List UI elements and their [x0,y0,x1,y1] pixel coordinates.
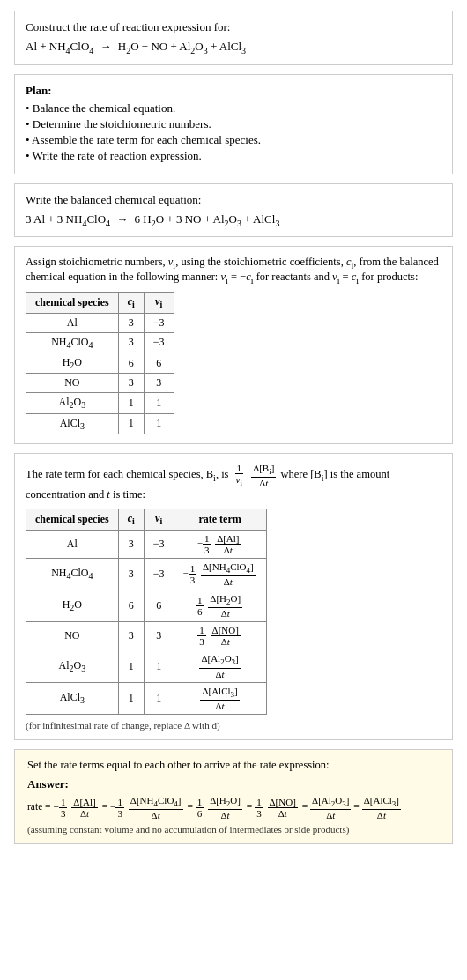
plan-step-3: Assemble the rate term for each chemical… [26,133,441,147]
rt-ci-h2o: 6 [118,590,144,622]
rate-term-intro: The rate term for each chemical species,… [26,463,441,501]
plan-section: Plan: Balance the chemical equation. Det… [14,74,453,174]
ci-h2o: 6 [118,353,144,373]
header-section: Construct the rate of reaction expressio… [14,11,453,65]
species-al: Al [26,313,119,332]
answer-note: (assuming constant volume and no accumul… [27,824,440,835]
rt-ni-alcl3: 1 [144,682,174,714]
rt-ci-nh4clo4: 3 [118,558,144,590]
rt-ni-al: −3 [144,530,174,558]
table-row: NO 3 3 [26,374,174,393]
species-alcl3: AlCl3 [26,413,119,434]
rt-term-h2o: 16 Δ[H2O]Δt [174,590,266,622]
plan-title: Plan: [26,84,441,98]
ni-alcl3: 1 [144,413,174,434]
rt-ci-al: 3 [118,530,144,558]
table-row: AlCl3 1 1 [26,413,174,434]
stoich-col-ci: ci [118,293,144,313]
table-row: AlCl3 1 1 Δ[AlCl3]Δt [26,682,267,714]
rt-species-h2o: H2O [26,590,119,622]
rate-col-species: chemical species [26,509,119,530]
stoich-col-ni: νi [144,293,174,313]
rt-species-al2o3: Al2O3 [26,650,119,682]
rt-term-nh4clo4: −13 Δ[NH4ClO4]Δt [174,558,266,590]
rate-term-section: The rate term for each chemical species,… [14,453,453,740]
table-row: Al 3 −3 [26,313,174,332]
rt-ni-h2o: 6 [144,590,174,622]
answer-section: Set the rate terms equal to each other t… [14,749,453,844]
table-row: Al2O3 1 1 Δ[Al2O3]Δt [26,650,267,682]
balanced-section: Write the balanced chemical equation: 3 … [14,183,453,238]
species-nh4clo4: NH4ClO4 [26,332,119,353]
reaction-display: Al + NH4ClO4 → H2O + NO + Al2O3 + AlCl3 [26,40,441,56]
rt-species-no: NO [26,622,119,650]
table-row: NH4ClO4 3 −3 [26,332,174,353]
rt-ci-al2o3: 1 [118,650,144,682]
plan-step-4: Write the rate of reaction expression. [26,149,441,163]
table-row: NO 3 3 13 Δ[NO]Δt [26,622,267,650]
rate-col-ni: νi [144,509,174,530]
balanced-equation: 3 Al + 3 NH4ClO4 → 6 H2O + 3 NO + Al2O3 … [26,212,441,228]
rt-ci-no: 3 [118,622,144,650]
ci-no: 3 [118,374,144,393]
rt-term-al: −13 Δ[Al]Δt [174,530,266,558]
stoich-table: chemical species ci νi Al 3 −3 NH4ClO4 3… [26,292,174,434]
rt-species-alcl3: AlCl3 [26,682,119,714]
rt-term-alcl3: Δ[AlCl3]Δt [174,682,266,714]
table-row: H2O 6 6 [26,353,174,373]
stoich-intro: Assign stoichiometric numbers, νi, using… [26,256,441,285]
rt-ni-nh4clo4: −3 [144,558,174,590]
answer-rate-expression: rate = −13 Δ[Al]Δt = −13 Δ[NH4ClO4]Δt = … [27,795,440,820]
table-row: Al 3 −3 −13 Δ[Al]Δt [26,530,267,558]
ni-no: 3 [144,374,174,393]
rate-footnote: (for infinitesimal rate of change, repla… [26,720,441,731]
ni-al: −3 [144,313,174,332]
rate-col-term: rate term [174,509,266,530]
rt-term-al2o3: Δ[Al2O3]Δt [174,650,266,682]
plan-step-2: Determine the stoichiometric numbers. [26,117,441,131]
plan-list: Balance the chemical equation. Determine… [26,101,441,163]
table-row: NH4ClO4 3 −3 −13 Δ[NH4ClO4]Δt [26,558,267,590]
ci-al2o3: 1 [118,393,144,413]
answer-label: Answer: [27,777,440,791]
species-h2o: H2O [26,353,119,373]
ci-al: 3 [118,313,144,332]
table-row: Al2O3 1 1 [26,393,174,413]
ni-al2o3: 1 [144,393,174,413]
stoich-section: Assign stoichiometric numbers, νi, using… [14,246,453,444]
rt-term-no: 13 Δ[NO]Δt [174,622,266,650]
rate-table: chemical species ci νi rate term Al 3 −3… [26,509,267,714]
rt-species-al: Al [26,530,119,558]
balanced-title: Write the balanced chemical equation: [26,193,441,207]
ci-alcl3: 1 [118,413,144,434]
ni-h2o: 6 [144,353,174,373]
stoich-col-species: chemical species [26,293,119,313]
header-title: Construct the rate of reaction expressio… [26,20,441,34]
set-equal-text: Set the rate terms equal to each other t… [27,759,440,772]
species-al2o3: Al2O3 [26,393,119,413]
plan-step-1: Balance the chemical equation. [26,101,441,115]
species-no: NO [26,374,119,393]
rt-ni-no: 3 [144,622,174,650]
ci-nh4clo4: 3 [118,332,144,353]
rate-col-ci: ci [118,509,144,530]
rt-species-nh4clo4: NH4ClO4 [26,558,119,590]
rt-ci-alcl3: 1 [118,682,144,714]
ni-nh4clo4: −3 [144,332,174,353]
table-row: H2O 6 6 16 Δ[H2O]Δt [26,590,267,622]
rt-ni-al2o3: 1 [144,650,174,682]
